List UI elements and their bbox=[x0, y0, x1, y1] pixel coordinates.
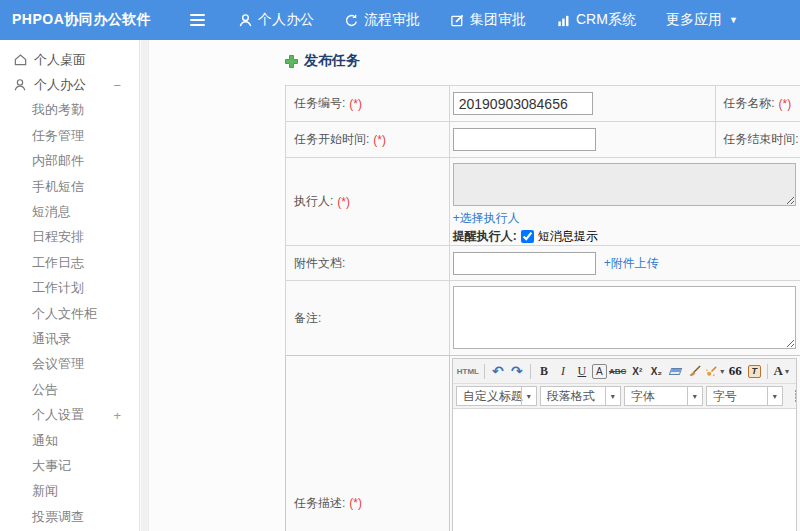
caret-down-icon: ▾ bbox=[687, 387, 702, 405]
user-icon bbox=[12, 77, 28, 93]
task-no-label: 任务编号:(*) bbox=[286, 86, 450, 121]
toolbar-separator bbox=[767, 364, 768, 379]
sidebar-item-notice[interactable]: 通知 bbox=[0, 428, 139, 453]
strikethrough-button[interactable]: ABC bbox=[608, 361, 627, 381]
required-mark: (*) bbox=[349, 97, 362, 111]
sidebar-item-label: 新闻 bbox=[32, 482, 58, 500]
sidebar-item-personal-office[interactable]: 个人办公 − bbox=[0, 72, 139, 97]
expand-icon[interactable]: + bbox=[113, 408, 121, 423]
task-name-label: 任务名称:(*) bbox=[716, 86, 800, 121]
sidebar-item-personal-files[interactable]: 个人文件柜 bbox=[0, 301, 139, 326]
font-color-button[interactable]: A▾ bbox=[772, 361, 790, 381]
sidebar-item-label: 任务管理 bbox=[32, 127, 84, 145]
toolbar-separator bbox=[530, 364, 531, 379]
nav-personal-office[interactable]: 个人办公 bbox=[238, 11, 314, 29]
undo-button[interactable]: ↶ bbox=[489, 361, 507, 381]
paint-brush-button[interactable] bbox=[685, 361, 703, 381]
form-row-attachment: 附件文档: +附件上传 bbox=[285, 246, 800, 281]
hamburger-icon bbox=[190, 19, 205, 21]
sidebar-item-announcement[interactable]: 公告 bbox=[0, 377, 139, 402]
nav-workflow-approval[interactable]: 流程审批 bbox=[344, 11, 420, 29]
caret-down-icon: ▾ bbox=[605, 387, 620, 405]
sidebar-item-label: 个人文件柜 bbox=[32, 305, 97, 323]
collapse-icon[interactable]: − bbox=[113, 78, 121, 93]
sidebar-item-label: 大事记 bbox=[32, 457, 71, 475]
sidebar-item-label: 公告 bbox=[32, 381, 58, 399]
format-brush-button[interactable]: ▾ bbox=[704, 361, 725, 381]
sidebar-item-label: 日程安排 bbox=[32, 228, 84, 246]
process-icon bbox=[344, 13, 359, 28]
bold-button[interactable]: B bbox=[535, 361, 553, 381]
paste-as-text-button[interactable]: T bbox=[745, 361, 763, 381]
clipboard-text-icon: T bbox=[748, 365, 761, 378]
form-row-executor: 执行人:(*) +选择执行人 提醒执行人: 短消息提示 bbox=[285, 158, 800, 246]
sidebar-item-label: 内部邮件 bbox=[32, 152, 84, 170]
executor-textarea[interactable] bbox=[453, 163, 796, 206]
sidebar-item-mobile-sms[interactable]: 手机短信 bbox=[0, 174, 139, 199]
sidebar-item-news[interactable]: 新闻 bbox=[0, 479, 139, 504]
sidebar-item-personal-settings[interactable]: 个人设置 + bbox=[0, 402, 139, 427]
remark-textarea[interactable] bbox=[453, 286, 796, 349]
caret-down-icon: ▼ bbox=[729, 15, 738, 25]
hamburger-icon bbox=[190, 24, 205, 26]
main-content: 发布任务 任务编号:(*) 任务名称:(*) 任务开始时间:(*) bbox=[150, 40, 800, 531]
sidebar-item-survey[interactable]: 投票调查 bbox=[0, 504, 139, 529]
sidebar-scrollbar[interactable] bbox=[141, 40, 149, 531]
nav-label: 集团审批 bbox=[470, 11, 526, 29]
caret-down-icon: ▾ bbox=[785, 366, 789, 376]
remove-format-button[interactable] bbox=[666, 361, 684, 381]
subscript-button[interactable]: X₂ bbox=[647, 361, 665, 381]
sidebar-item-label: 个人桌面 bbox=[34, 51, 86, 69]
nav-group-approval[interactable]: 集团审批 bbox=[450, 11, 526, 29]
sidebar-item-internal-mail[interactable]: 内部邮件 bbox=[0, 149, 139, 174]
font-size-dropdown[interactable]: 字号▾ bbox=[706, 386, 783, 406]
sidebar-item-major-events[interactable]: 大事记 bbox=[0, 453, 139, 478]
hamburger-icon bbox=[190, 14, 205, 16]
redo-button[interactable]: ↷ bbox=[508, 361, 526, 381]
sidebar-item-schedule[interactable]: 日程安排 bbox=[0, 225, 139, 250]
attachment-upload-link[interactable]: +附件上传 bbox=[604, 255, 659, 272]
align-left-button[interactable] bbox=[795, 386, 796, 406]
italic-button[interactable]: I bbox=[554, 361, 572, 381]
top-bar: PHPOA协同办公软件 个人办公 流程审批 集团审批 CRM系统 更多应用 bbox=[0, 0, 800, 40]
publish-task-form: 任务编号:(*) 任务名称:(*) 任务开始时间:(*) 任务结束时间: bbox=[285, 85, 800, 531]
home-icon bbox=[12, 52, 28, 68]
blockquote-button[interactable]: 66 bbox=[726, 361, 744, 381]
add-plus-icon bbox=[285, 55, 298, 68]
magic-brush-icon bbox=[705, 365, 718, 378]
choose-executor-link[interactable]: +选择执行人 bbox=[453, 211, 520, 225]
sms-remind-checkbox[interactable] bbox=[521, 230, 534, 243]
sidebar-item-label: 工作日志 bbox=[32, 254, 84, 272]
paint-brush-icon bbox=[688, 365, 701, 378]
attachment-input[interactable] bbox=[453, 252, 596, 275]
sidebar-item-personal-desktop[interactable]: 个人桌面 bbox=[0, 47, 139, 72]
task-no-input[interactable] bbox=[453, 92, 593, 115]
eraser-icon bbox=[669, 368, 683, 375]
font-family-dropdown[interactable]: 字体▾ bbox=[624, 386, 703, 406]
paragraph-format-dropdown[interactable]: 段落格式▾ bbox=[540, 386, 621, 406]
html-source-button[interactable]: HTML bbox=[456, 361, 480, 381]
start-time-input[interactable] bbox=[453, 128, 596, 151]
font-style-button[interactable]: A bbox=[592, 364, 607, 379]
custom-heading-dropdown[interactable]: 自定义标题▾ bbox=[456, 386, 537, 406]
superscript-button[interactable]: X² bbox=[628, 361, 646, 381]
sidebar-item-my-attendance[interactable]: 我的考勤 bbox=[0, 98, 139, 123]
toolbar-separator bbox=[484, 364, 485, 379]
nav-crm-system[interactable]: CRM系统 bbox=[556, 11, 636, 29]
nav-more-apps[interactable]: 更多应用 ▼ bbox=[666, 11, 738, 29]
sidebar-item-task-management[interactable]: 任务管理 bbox=[0, 123, 139, 148]
sidebar-item-contacts[interactable]: 通讯录 bbox=[0, 326, 139, 351]
sidebar-item-short-message[interactable]: 短消息 bbox=[0, 199, 139, 224]
caret-down-icon: ▾ bbox=[521, 387, 536, 405]
align-left-icon bbox=[795, 390, 796, 402]
sidebar-item-work-log[interactable]: 工作日志 bbox=[0, 250, 139, 275]
bar-chart-icon bbox=[556, 13, 571, 28]
nav-label: 个人办公 bbox=[258, 11, 314, 29]
sidebar-item-work-plan[interactable]: 工作计划 bbox=[0, 276, 139, 301]
editor-content-area[interactable] bbox=[453, 409, 796, 531]
sidebar-item-label: 短消息 bbox=[32, 203, 71, 221]
end-time-label: 任务结束时间:(*) bbox=[716, 122, 800, 157]
menu-toggle-button[interactable] bbox=[190, 14, 210, 26]
sidebar-item-meeting-management[interactable]: 会议管理 bbox=[0, 352, 139, 377]
underline-button[interactable]: U bbox=[573, 361, 591, 381]
